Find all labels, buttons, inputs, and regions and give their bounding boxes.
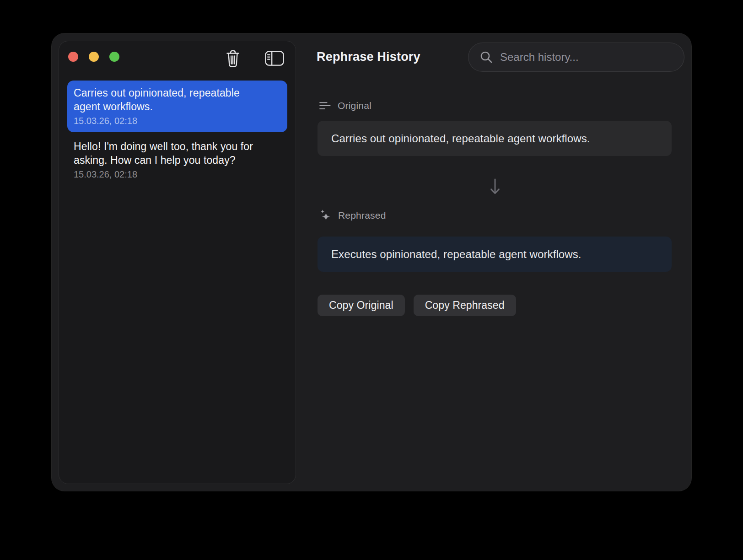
copy-original-button[interactable]: Copy Original: [318, 295, 405, 316]
main-panel: Rephrase History Original Carries: [296, 33, 691, 491]
copy-rephrased-button[interactable]: Copy Rephrased: [414, 295, 516, 316]
search-input[interactable]: [499, 50, 675, 64]
history-item-text: Hello! I'm doing well too, thank you for…: [74, 140, 281, 167]
desktop: { "colors": { "accent": "#2a5dd8", "bg_m…: [0, 0, 743, 560]
delete-history-button[interactable]: [225, 49, 241, 68]
history-item-selected[interactable]: Carries out opinionated, repeatable agen…: [67, 81, 287, 132]
rephrased-section-label: Rephrased: [319, 209, 386, 221]
original-section-label: Original: [319, 100, 372, 111]
sidebar: Carries out opinionated, repeatable agen…: [59, 41, 296, 484]
app-window: Carries out opinionated, repeatable agen…: [52, 33, 691, 491]
trash-icon: [225, 49, 241, 68]
history-item[interactable]: Hello! I'm doing well too, thank you for…: [67, 134, 287, 186]
original-text-box: Carries out opinionated, repeatable agen…: [318, 121, 672, 156]
history-item-timestamp: 15.03.26, 02:18: [74, 169, 281, 180]
minimize-button[interactable]: [89, 52, 99, 62]
text-lines-icon: [319, 102, 331, 110]
sidebar-toggle-icon: [265, 51, 284, 66]
history-list: Carries out opinionated, repeatable agen…: [67, 81, 287, 188]
close-button[interactable]: [68, 52, 78, 62]
zoom-button[interactable]: [109, 52, 119, 62]
arrow-down-icon: [489, 178, 501, 197]
rephrased-text: Executes opinionated, repeatable agent w…: [331, 248, 581, 261]
rephrased-label: Rephrased: [338, 210, 386, 221]
search-field[interactable]: [468, 43, 684, 72]
copy-buttons-row: Copy Original Copy Rephrased: [318, 295, 516, 316]
search-icon: [479, 50, 493, 64]
history-item-timestamp: 15.03.26, 02:18: [74, 116, 281, 126]
sparkles-icon: [319, 209, 331, 221]
rephrased-text-box: Executes opinionated, repeatable agent w…: [318, 237, 672, 272]
original-label: Original: [338, 100, 372, 111]
original-text: Carries out opinionated, repeatable agen…: [331, 132, 590, 145]
history-item-text: Carries out opinionated, repeatable agen…: [74, 86, 281, 113]
page-title: Rephrase History: [317, 50, 420, 64]
toggle-sidebar-button[interactable]: [265, 51, 284, 66]
